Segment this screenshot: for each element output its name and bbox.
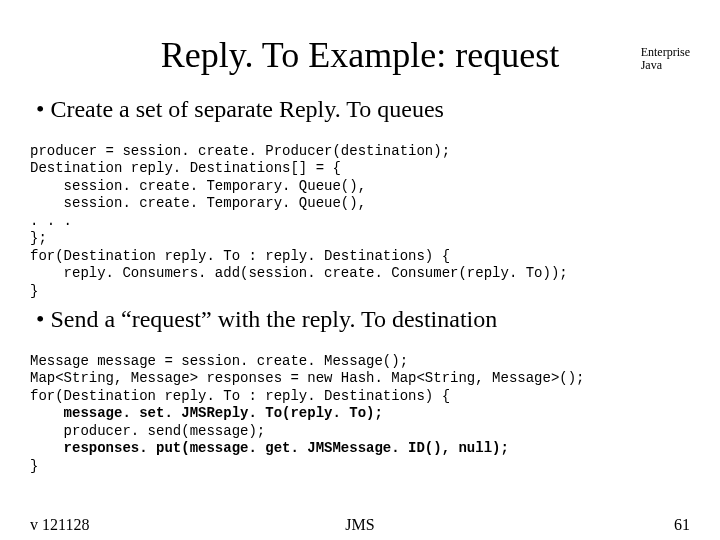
slide: Enterprise Java Reply. To Example: reque… xyxy=(0,0,720,540)
page-number: 61 xyxy=(674,516,690,534)
code-block-2: Message message = session. create. Messa… xyxy=(30,335,690,475)
code-line: responses. put(message. get. JMSMessage.… xyxy=(30,440,509,456)
code-line: } xyxy=(30,283,38,299)
code-line: }; xyxy=(30,230,47,246)
code-line: for(Destination reply. To : reply. Desti… xyxy=(30,248,450,264)
code-line: Map<String, Message> responses = new Has… xyxy=(30,370,585,386)
corner-label: Enterprise Java xyxy=(641,46,690,72)
code-line: producer = session. create. Producer(des… xyxy=(30,143,450,159)
code-line: producer. send(message); xyxy=(30,423,265,439)
slide-title: Reply. To Example: request xyxy=(30,34,690,76)
bullet-1: Create a set of separate Reply. To queue… xyxy=(30,96,690,123)
code-line: Message message = session. create. Messa… xyxy=(30,353,408,369)
footer-topic: JMS xyxy=(30,516,690,534)
code-line: session. create. Temporary. Queue(), xyxy=(30,178,366,194)
code-line: . . . xyxy=(30,213,72,229)
code-line: message. set. JMSReply. To(reply. To); xyxy=(30,405,383,421)
code-line: reply. Consumers. add(session. create. C… xyxy=(30,265,568,281)
code-line: session. create. Temporary. Queue(), xyxy=(30,195,366,211)
code-block-1: producer = session. create. Producer(des… xyxy=(30,125,690,300)
code-line: } xyxy=(30,458,38,474)
code-line: for(Destination reply. To : reply. Desti… xyxy=(30,388,450,404)
bullet-2: Send a “request” with the reply. To dest… xyxy=(30,306,690,333)
code-line: Destination reply. Destinations[] = { xyxy=(30,160,341,176)
